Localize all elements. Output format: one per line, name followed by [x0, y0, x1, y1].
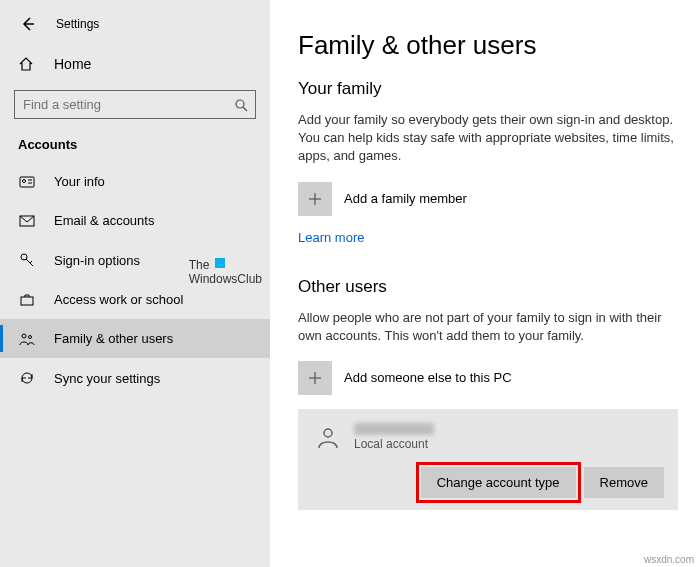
nav-label: Family & other users: [54, 331, 173, 346]
settings-sidebar: Settings Home Accounts Your info Email &…: [0, 0, 270, 567]
sidebar-header: Settings: [0, 10, 270, 46]
svg-line-9: [26, 259, 33, 266]
nav-sync[interactable]: Sync your settings: [0, 358, 270, 398]
svg-rect-3: [20, 177, 34, 187]
svg-point-4: [23, 179, 26, 182]
add-family-label: Add a family member: [344, 191, 467, 206]
change-account-type-button[interactable]: Change account type: [421, 467, 576, 498]
svg-line-2: [243, 107, 247, 111]
your-family-desc: Add your family so everybody gets their …: [298, 111, 678, 166]
svg-line-10: [30, 261, 32, 263]
plus-icon: [307, 191, 323, 207]
plus-box: [298, 361, 332, 395]
nav-label: Email & accounts: [54, 213, 154, 228]
learn-more-link[interactable]: Learn more: [298, 230, 364, 245]
nav-label: Sign-in options: [54, 253, 140, 268]
user-actions: Change account type Remove: [312, 467, 664, 498]
user-name-block: Local account: [354, 423, 434, 451]
sync-icon: [18, 370, 36, 386]
home-nav[interactable]: Home: [0, 46, 270, 82]
other-users-heading: Other users: [298, 277, 678, 297]
home-label: Home: [54, 56, 91, 72]
watermark: The WindowsClub: [189, 258, 262, 287]
svg-rect-11: [21, 297, 33, 305]
plus-box: [298, 182, 332, 216]
user-card[interactable]: Local account Change account type Remove: [298, 409, 678, 510]
your-family-heading: Your family: [298, 79, 678, 99]
category-label: Accounts: [0, 133, 270, 162]
briefcase-icon: [18, 293, 36, 307]
add-family-member[interactable]: Add a family member: [298, 182, 678, 216]
back-arrow-icon: [20, 16, 36, 32]
mail-icon: [18, 215, 36, 227]
source-watermark: wsxdn.com: [644, 554, 694, 565]
add-other-label: Add someone else to this PC: [344, 370, 512, 385]
avatar: [312, 421, 344, 453]
add-other-user[interactable]: Add someone else to this PC: [298, 361, 678, 395]
svg-point-1: [236, 100, 244, 108]
nav-label: Sync your settings: [54, 371, 160, 386]
search-input[interactable]: [14, 90, 256, 119]
plus-icon: [307, 370, 323, 386]
user-row: Local account: [312, 421, 664, 453]
people-icon: [18, 332, 36, 346]
key-icon: [18, 252, 36, 268]
settings-title: Settings: [56, 17, 99, 31]
search-row: [14, 90, 256, 119]
nav-label: Access work or school: [54, 292, 183, 307]
nav-family[interactable]: Family & other users: [0, 319, 270, 358]
other-users-desc: Allow people who are not part of your fa…: [298, 309, 678, 345]
remove-user-button[interactable]: Remove: [584, 467, 664, 498]
person-icon: [315, 424, 341, 450]
page-title: Family & other users: [298, 30, 678, 61]
home-icon: [18, 56, 36, 72]
main-content: Family & other users Your family Add you…: [270, 0, 700, 567]
id-card-icon: [18, 175, 36, 189]
nav-email[interactable]: Email & accounts: [0, 201, 270, 240]
svg-point-13: [29, 335, 32, 338]
back-button[interactable]: [18, 14, 38, 34]
search-icon: [234, 98, 248, 112]
watermark-square-icon: [215, 258, 225, 268]
svg-point-12: [22, 334, 26, 338]
svg-point-18: [324, 429, 332, 437]
nav-your-info[interactable]: Your info: [0, 162, 270, 201]
account-type-label: Local account: [354, 437, 434, 451]
nav-label: Your info: [54, 174, 105, 189]
username-redacted: [354, 423, 434, 435]
